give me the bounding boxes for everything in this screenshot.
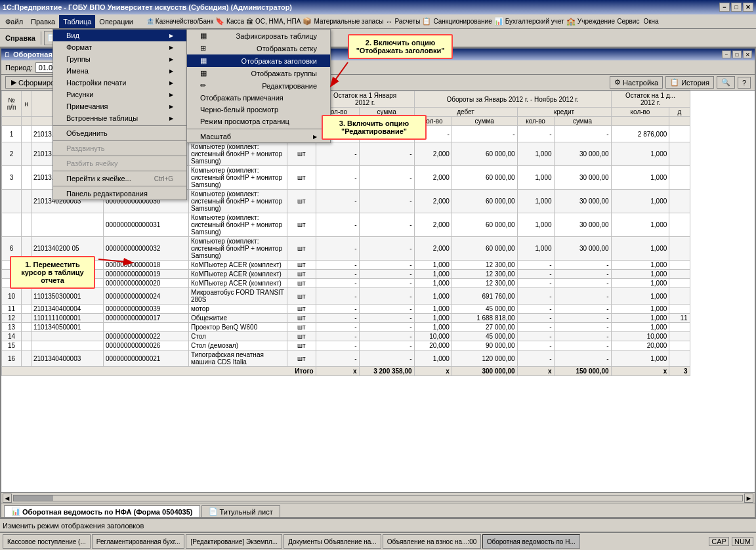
- callout-3-text: 3. Включить опцию "Редактирование": [339, 119, 409, 135]
- task-docs[interactable]: Документы Объявление на...: [284, 534, 381, 549]
- col-closing: Остаток на 1 д...2012 г.: [611, 91, 690, 108]
- settings-button[interactable]: ⚙ Настройка: [610, 76, 663, 89]
- scroll-track-h[interactable]: [13, 495, 743, 501]
- menu-edit[interactable]: Правка: [27, 15, 59, 28]
- show-groups-icon: ▦: [200, 69, 207, 77]
- menu-operations[interactable]: Операции: [95, 15, 136, 28]
- total-csum: 150 000,00: [554, 367, 611, 376]
- total-cqty: x: [517, 367, 554, 376]
- submenu-scale[interactable]: Масштаб ▶: [187, 131, 330, 142]
- show-headers-label: Отображать заголовки: [242, 57, 317, 65]
- submenu-show-grid[interactable]: ⊞ Отображать сетку: [187, 42, 330, 54]
- menu-vid-label: Вид: [66, 32, 79, 39]
- menu-split: Раздвинуть: [53, 142, 186, 154]
- menu-notes[interactable]: Примечания ▶: [53, 100, 186, 112]
- menu-table[interactable]: Таблица: [59, 15, 95, 28]
- table-row: 62101340200 05000000000000032Компьютер (…: [2, 237, 690, 261]
- menu-vid[interactable]: Вид ▶: [53, 30, 186, 41]
- tab-title[interactable]: 📄 Титульный лист: [201, 505, 280, 517]
- report-close[interactable]: ✕: [743, 51, 752, 58]
- col-n: н: [22, 91, 32, 117]
- report-min[interactable]: −: [722, 51, 731, 58]
- menu-goto[interactable]: Перейти к ячейке... Ctrl+G: [53, 173, 186, 184]
- maximize-button[interactable]: □: [731, 3, 742, 12]
- print-arrow: ▶: [169, 80, 173, 86]
- minimize-button[interactable]: −: [719, 3, 730, 12]
- scroll-left[interactable]: ◄: [3, 494, 12, 503]
- form-icon: ▶: [11, 78, 16, 87]
- help-button[interactable]: ?: [738, 77, 751, 89]
- menu-merge[interactable]: Объединить: [53, 127, 186, 139]
- sep2: [53, 140, 186, 141]
- subh-rqty: кол-во: [611, 108, 669, 117]
- submenu-page-mode[interactable]: Режим просмотра страниц: [187, 116, 330, 127]
- vid-submenu: ▦ Зафиксировать таблицу ⊞ Отображать сет…: [186, 29, 331, 143]
- total-qty1: x: [316, 367, 359, 376]
- table-dropdown-menu: Вид ▶ Формат ▶ Группы ▶ Имена ▶ Настройк…: [52, 29, 187, 200]
- h-scrollbar[interactable]: ◄ ►: [1, 492, 755, 503]
- callout-1-text: 1. Переместить курсор в таблицу отчета: [21, 261, 83, 284]
- menu-groups[interactable]: Группы ▶: [53, 53, 186, 65]
- callout-2-text: 2. Включить опцию "Отображать заголовки": [356, 39, 445, 54]
- bottom-tabs: 📊 Оборотная ведомость по НФА (Форма 0504…: [1, 503, 755, 517]
- notes-arrow: ▶: [169, 104, 173, 110]
- submenu-sep1: [187, 129, 330, 129]
- period-label: Период:: [5, 64, 33, 72]
- builtin-arrow: ▶: [169, 116, 173, 121]
- total-rsum: 3: [669, 367, 690, 376]
- subh-rsum: д: [669, 108, 690, 117]
- menu-print-settings[interactable]: Настройки печати ▶: [53, 77, 186, 89]
- zoom-button[interactable]: 🔍: [717, 76, 735, 89]
- goto-shortcut: Ctrl+G: [141, 175, 173, 182]
- groups-arrow: ▶: [169, 56, 173, 62]
- taskbar: Кассовое поступление (... Регламентирова…: [0, 532, 756, 550]
- callout-3: 3. Включить опцию "Редактирование": [322, 115, 427, 140]
- menu-break-cell: Разбить ячейку: [53, 158, 186, 169]
- submenu-show-notes[interactable]: Отображать примечания: [187, 92, 330, 104]
- submenu-show-groups[interactable]: ▦ Отображать группы: [187, 67, 330, 79]
- menu-bar: Файл Правка Таблица Операции 🏦 Казначейс…: [0, 14, 756, 29]
- total-row: Итого x 3 200 358,00 x 300 000,00 x 150 …: [2, 367, 690, 376]
- history-button[interactable]: 📋 История: [665, 76, 714, 89]
- table-row: 000000000000031Компьютер (комплект: сист…: [2, 213, 690, 237]
- table-row: 91101340300002000000000000020КоМПьютер A…: [2, 279, 690, 288]
- tab-oborot[interactable]: 📊 Оборотная ведомость по НФА (Форма 0504…: [4, 505, 200, 517]
- sep1: [53, 125, 186, 126]
- task-reg[interactable]: Регламентированная бухг...: [92, 534, 185, 549]
- menu-notes-label: Примечания: [66, 102, 108, 110]
- menu-treasury[interactable]: [137, 15, 145, 28]
- submenu-show-headers[interactable]: ▦ Отображать заголовки: [187, 54, 330, 67]
- task-oborot[interactable]: Оборотная ведомость по Н...: [482, 534, 580, 549]
- report-max[interactable]: □: [732, 51, 742, 58]
- menu-split-label: Раздвинуть: [66, 144, 105, 152]
- table-row: 162101340400003000000000000021Типографск…: [2, 350, 690, 367]
- show-groups-label: Отображать группы: [251, 70, 317, 77]
- menu-edit-panel[interactable]: Панель редактирования: [53, 188, 186, 200]
- menu-names-label: Имена: [66, 67, 89, 75]
- num-indicator: NUM: [732, 537, 753, 546]
- menu-format[interactable]: Формат ▶: [53, 41, 186, 53]
- submenu-fix-table[interactable]: ▦ Зафиксировать таблицу: [187, 30, 330, 42]
- menu-names[interactable]: Имена ▶: [53, 65, 186, 77]
- scroll-thumb-h[interactable]: [14, 496, 53, 501]
- scale-label: Масштаб: [200, 133, 231, 140]
- menu-file[interactable]: Файл: [1, 15, 27, 28]
- task-edit[interactable]: [Редактирование] Экземпл...: [186, 534, 282, 549]
- scroll-right[interactable]: ►: [744, 494, 753, 503]
- status-text: Изменить режим отображения заголовков: [3, 522, 144, 530]
- submenu-editing[interactable]: ✏ Редактирование: [187, 79, 330, 92]
- menu-pictures[interactable]: Рисунки ▶: [53, 89, 186, 100]
- tab-icon-1: 📊: [11, 507, 20, 516]
- pictures-arrow: ▶: [169, 92, 173, 98]
- menu-builtin[interactable]: Встроенные таблицы ▶: [53, 112, 186, 124]
- app-title: 1С:Предприятие - ГОБУ ВПО Университет ис…: [3, 3, 292, 11]
- task-notice[interactable]: Объявление на взнос на...:00: [383, 534, 481, 549]
- menu-format-label: Формат: [66, 43, 92, 51]
- menu-edit-panel-label: Панель редактирования: [66, 190, 148, 198]
- page-mode-label: Режим просмотра страниц: [200, 117, 289, 125]
- menu-merge-label: Объединить: [66, 129, 108, 137]
- close-button[interactable]: ✕: [743, 3, 753, 12]
- task-cash[interactable]: Кассовое поступление (...: [3, 534, 91, 549]
- submenu-bw[interactable]: Черно-белый просмотр: [187, 104, 330, 116]
- sep3: [53, 156, 186, 156]
